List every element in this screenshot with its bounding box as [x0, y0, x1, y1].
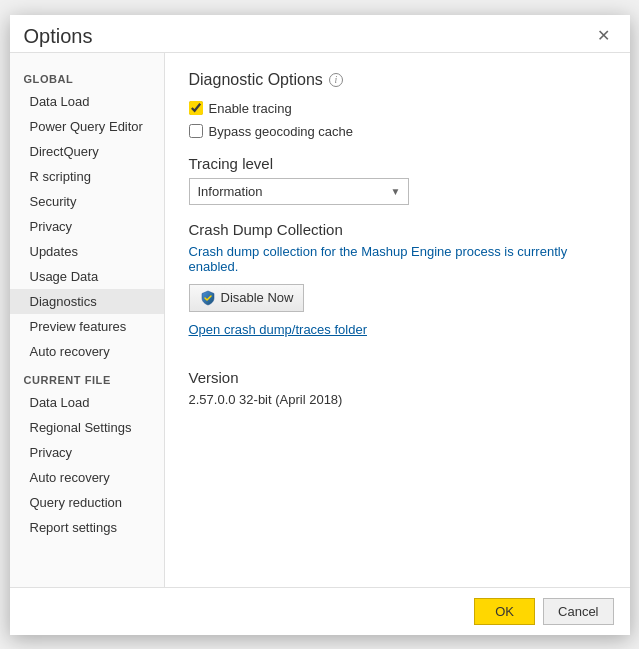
- sidebar-item-cf-privacy[interactable]: Privacy: [10, 440, 164, 465]
- dialog-footer: OK Cancel: [10, 587, 630, 635]
- sidebar-item-data-load[interactable]: Data Load: [10, 89, 164, 114]
- sidebar-item-cf-query-reduction[interactable]: Query reduction: [10, 490, 164, 515]
- disable-now-button[interactable]: Disable Now: [189, 284, 305, 312]
- sidebar-item-diagnostics[interactable]: Diagnostics: [10, 289, 164, 314]
- version-title: Version: [189, 369, 606, 386]
- current-file-section-label: CURRENT FILE: [10, 364, 164, 390]
- sidebar-item-cf-regional-settings[interactable]: Regional Settings: [10, 415, 164, 440]
- sidebar-item-auto-recovery-global[interactable]: Auto recovery: [10, 339, 164, 364]
- dialog-title: Options: [24, 25, 93, 48]
- enable-tracing-label: Enable tracing: [209, 101, 292, 116]
- sidebar-item-updates[interactable]: Updates: [10, 239, 164, 264]
- sidebar-item-r-scripting[interactable]: R scripting: [10, 164, 164, 189]
- sidebar-item-power-query-editor[interactable]: Power Query Editor: [10, 114, 164, 139]
- sidebar-item-security[interactable]: Security: [10, 189, 164, 214]
- ok-button[interactable]: OK: [474, 598, 535, 625]
- bypass-geocoding-row: Bypass geocoding cache: [189, 124, 606, 139]
- shield-icon: [200, 290, 216, 306]
- info-icon: i: [329, 73, 343, 87]
- crash-dump-section: Crash Dump Collection Crash dump collect…: [189, 221, 606, 353]
- enable-tracing-row: Enable tracing: [189, 101, 606, 116]
- global-section-label: GLOBAL: [10, 63, 164, 89]
- sidebar-item-privacy[interactable]: Privacy: [10, 214, 164, 239]
- crash-dump-status: Crash dump collection for the Mashup Eng…: [189, 244, 606, 274]
- close-button[interactable]: ✕: [591, 26, 616, 46]
- sidebar-item-direct-query[interactable]: DirectQuery: [10, 139, 164, 164]
- bypass-geocoding-label: Bypass geocoding cache: [209, 124, 354, 139]
- tracing-level-title: Tracing level: [189, 155, 606, 172]
- sidebar-item-preview-features[interactable]: Preview features: [10, 314, 164, 339]
- options-dialog: Options ✕ GLOBAL Data Load Power Query E…: [10, 15, 630, 635]
- bypass-geocoding-checkbox[interactable]: [189, 124, 203, 138]
- sidebar-item-usage-data[interactable]: Usage Data: [10, 264, 164, 289]
- dialog-body: GLOBAL Data Load Power Query Editor Dire…: [10, 52, 630, 587]
- open-crash-dump-link[interactable]: Open crash dump/traces folder: [189, 322, 367, 337]
- diagnostic-options-title: Diagnostic Options i: [189, 71, 606, 89]
- version-value: 2.57.0.0 32-bit (April 2018): [189, 392, 606, 407]
- main-content: Diagnostic Options i Enable tracing Bypa…: [165, 53, 630, 587]
- dialog-titlebar: Options ✕: [10, 15, 630, 52]
- sidebar-item-cf-report-settings[interactable]: Report settings: [10, 515, 164, 540]
- sidebar-item-cf-auto-recovery[interactable]: Auto recovery: [10, 465, 164, 490]
- sidebar: GLOBAL Data Load Power Query Editor Dire…: [10, 53, 165, 587]
- tracing-level-select[interactable]: Information Verbose Warning Error: [189, 178, 409, 205]
- enable-tracing-checkbox[interactable]: [189, 101, 203, 115]
- cancel-button[interactable]: Cancel: [543, 598, 613, 625]
- sidebar-item-cf-data-load[interactable]: Data Load: [10, 390, 164, 415]
- tracing-level-select-wrapper: Information Verbose Warning Error ▼: [189, 178, 409, 205]
- crash-dump-title: Crash Dump Collection: [189, 221, 606, 238]
